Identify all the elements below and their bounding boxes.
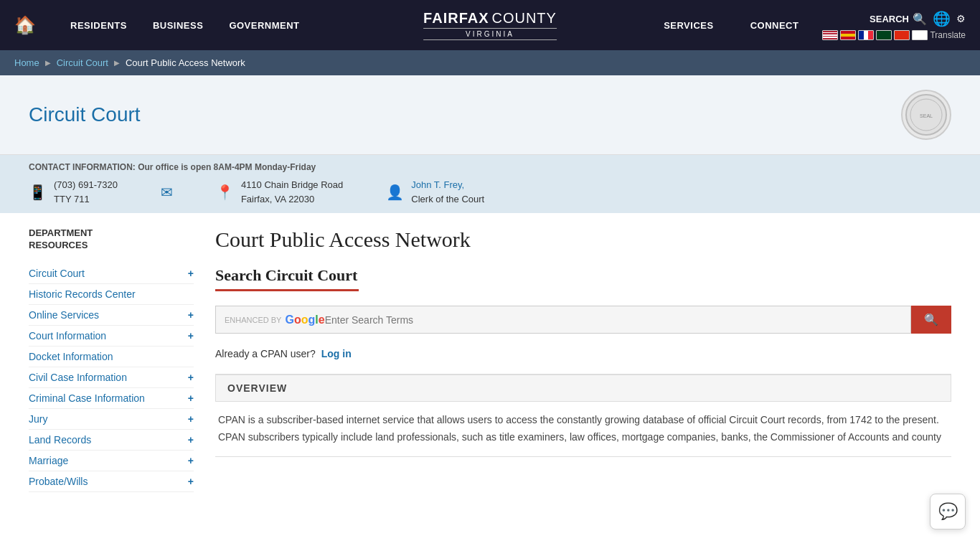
search-bar: ENHANCED BY Google 🔍: [215, 306, 951, 334]
breadcrumb-parent[interactable]: Circuit Court: [57, 57, 108, 68]
gear-icon[interactable]: ⚙: [956, 13, 966, 24]
nav-row-top: SEARCH 🔍 🌐 ⚙: [870, 10, 966, 27]
search-button[interactable]: 🔍: [911, 306, 951, 334]
chat-widget[interactable]: 💬: [930, 494, 966, 507]
sidebar-link-land-records[interactable]: Land Records: [29, 434, 91, 446]
site-logo[interactable]: FAIRFAX COUNTY VIRGINIA: [423, 10, 557, 40]
sidebar-link-civil-case[interactable]: Civil Case Information: [29, 372, 127, 383]
sidebar-expand-court-information[interactable]: +: [188, 330, 194, 342]
sidebar-title-text: DEPARTMENT RESOURCES: [29, 227, 93, 250]
sidebar-expand-circuit-court[interactable]: +: [188, 268, 194, 279]
top-navigation: 🏠 RESIDENTS BUSINESS GOVERNMENT FAIRFAX …: [0, 0, 980, 50]
search-section-heading: Search Circuit Court: [215, 266, 951, 285]
breadcrumb-home[interactable]: Home: [14, 57, 39, 68]
flag-es[interactable]: [840, 30, 856, 40]
sidebar-item-jury[interactable]: Jury +: [29, 409, 194, 430]
nav-business[interactable]: BUSINESS: [140, 20, 216, 31]
contact-clerk-text: John T. Frey, Clerk of the Court: [411, 178, 484, 206]
enhanced-by-label: ENHANCED BY: [225, 316, 281, 324]
nav-search-button[interactable]: SEARCH 🔍: [870, 12, 927, 26]
nav-connect[interactable]: CONNECT: [738, 20, 812, 31]
search-label: SEARCH: [870, 14, 909, 24]
sidebar-link-marriage[interactable]: Marriage: [29, 455, 68, 466]
sidebar-item-court-information[interactable]: Court Information +: [29, 326, 194, 347]
nav-government[interactable]: GOVERNMENT: [216, 20, 312, 31]
contact-info-label: CONTACT INFORMATION: Our office is open …: [29, 162, 951, 172]
sidebar-section-title: DEPARTMENT RESOURCES: [29, 227, 194, 252]
sidebar-expand-jury[interactable]: +: [188, 413, 194, 425]
contact-address-text: 4110 Chain Bridge Road Fairfax, VA 22030: [241, 178, 343, 206]
search-input[interactable]: [325, 314, 902, 326]
login-link[interactable]: Log in: [321, 348, 352, 359]
contact-phone: 📱 (703) 691-7320 TTY 711: [29, 178, 118, 206]
globe-icon[interactable]: 🌐: [933, 10, 951, 27]
cpan-login-section: Already a CPAN user? Log in: [215, 348, 951, 359]
content-area: Court Public Access Network Search Circu…: [215, 227, 951, 492]
sidebar-link-court-information[interactable]: Court Information: [29, 330, 106, 342]
contact-bar: CONTACT INFORMATION: Our office is open …: [0, 155, 980, 213]
overview-text: CPAN is a subscriber-based internet serv…: [215, 402, 951, 456]
nav-row-bottom: Translate: [822, 30, 966, 40]
sidebar-expand-civil-case[interactable]: +: [188, 372, 194, 383]
sidebar-item-probate[interactable]: Probate/Wills +: [29, 471, 194, 492]
breadcrumb: Home ▶ Circuit Court ▶ Court Public Acce…: [0, 50, 980, 75]
sidebar-item-marriage[interactable]: Marriage +: [29, 451, 194, 471]
sidebar-item-historic-records[interactable]: Historic Records Center: [29, 284, 194, 305]
sidebar-expand-land-records[interactable]: +: [188, 434, 194, 446]
clerk-name[interactable]: John T. Frey,: [411, 179, 464, 190]
sidebar-item-criminal-case[interactable]: Criminal Case Information +: [29, 388, 194, 409]
nav-top-icons: SEARCH 🔍 🌐 ⚙ Translate: [822, 10, 966, 40]
flag-pk[interactable]: [876, 30, 892, 40]
tty-number: TTY 711: [54, 194, 90, 204]
seal-svg: SEAL: [905, 93, 948, 136]
cpan-login-text: Already a CPAN user?: [215, 348, 316, 359]
sidebar-item-civil-case[interactable]: Civil Case Information +: [29, 367, 194, 388]
address-line1: 4110 Chain Bridge Road: [241, 179, 343, 190]
translate-label[interactable]: Translate: [930, 30, 966, 40]
overview-section: OVERVIEW CPAN is a subscriber-based inte…: [215, 374, 951, 457]
sidebar-expand-probate[interactable]: +: [188, 476, 194, 487]
location-icon: 📍: [216, 184, 234, 201]
email-icon[interactable]: ✉: [161, 184, 173, 201]
phone-number[interactable]: (703) 691-7320: [54, 179, 118, 190]
enhanced-by-text: ENHANCED BY: [225, 316, 281, 324]
flag-kr[interactable]: [912, 30, 928, 40]
logo-county: COUNTY: [491, 10, 556, 26]
page-header: Circuit Court SEAL: [0, 75, 980, 155]
sidebar-link-probate[interactable]: Probate/Wills: [29, 476, 88, 487]
flag-us[interactable]: [822, 30, 838, 40]
nav-links: RESIDENTS BUSINESS GOVERNMENT: [57, 20, 651, 31]
sidebar-link-online-services[interactable]: Online Services: [29, 309, 99, 321]
nav-services[interactable]: SERVICES: [651, 20, 727, 31]
heading-underline: [215, 289, 359, 291]
sidebar-link-jury[interactable]: Jury: [29, 413, 47, 425]
google-text-o1: o: [294, 314, 301, 326]
flag-fr[interactable]: [858, 30, 874, 40]
flag-cn[interactable]: [894, 30, 910, 40]
logo-fairfax: FAIRFAX: [423, 10, 489, 26]
content-main-title: Court Public Access Network: [215, 227, 951, 252]
sidebar-link-criminal-case[interactable]: Criminal Case Information: [29, 392, 145, 404]
sidebar-link-docket-information[interactable]: Docket Information: [29, 351, 113, 362]
sidebar-expand-criminal-case[interactable]: +: [188, 392, 194, 404]
search-input-wrapper: ENHANCED BY Google: [215, 306, 911, 334]
sidebar-item-land-records[interactable]: Land Records +: [29, 430, 194, 451]
contact-clerk: 👤 John T. Frey, Clerk of the Court: [386, 178, 484, 206]
google-text-e: e: [319, 314, 325, 326]
sidebar-expand-online-services[interactable]: +: [188, 309, 194, 321]
contact-items: 📱 (703) 691-7320 TTY 711 ✉ 📍 4110 Chain …: [29, 178, 951, 206]
sidebar-link-historic-records[interactable]: Historic Records Center: [29, 288, 136, 300]
address-line2: Fairfax, VA 22030: [241, 194, 314, 204]
breadcrumb-current: Court Public Access Network: [126, 57, 245, 68]
nav-residents[interactable]: RESIDENTS: [57, 20, 140, 31]
sidebar-item-docket-information[interactable]: Docket Information: [29, 347, 194, 367]
sidebar-link-circuit-court[interactable]: Circuit Court: [29, 268, 85, 279]
google-text-g2: g: [308, 314, 315, 326]
home-icon[interactable]: 🏠: [14, 15, 36, 35]
contact-email: ✉: [161, 184, 173, 201]
contact-phone-text: (703) 691-7320 TTY 711: [54, 178, 118, 206]
sidebar-item-circuit-court[interactable]: Circuit Court +: [29, 263, 194, 284]
breadcrumb-separator-1: ▶: [45, 59, 51, 67]
sidebar-item-online-services[interactable]: Online Services +: [29, 305, 194, 326]
sidebar-expand-marriage[interactable]: +: [188, 455, 194, 466]
